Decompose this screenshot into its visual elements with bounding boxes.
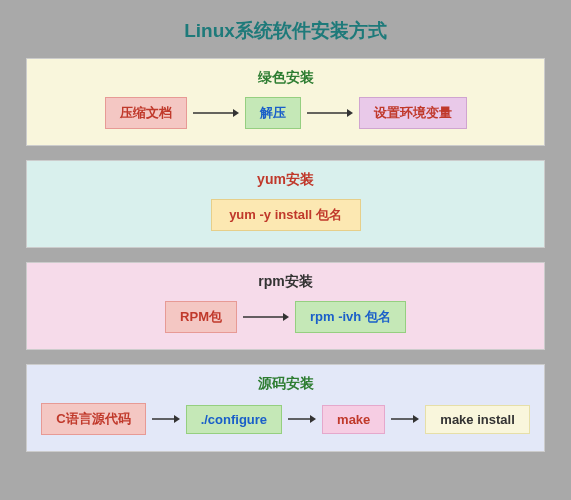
svg-marker-9 (310, 415, 316, 423)
page-title: Linux系统软件安装方式 (26, 18, 545, 44)
arrow-icon (288, 413, 316, 425)
src-make: make (322, 405, 385, 434)
svg-marker-7 (174, 415, 180, 423)
src-code: C语言源代码 (41, 403, 145, 435)
yum-command: yum -y install 包名 (211, 199, 361, 231)
step-extract: 解压 (245, 97, 301, 129)
src-configure: ./configure (186, 405, 282, 434)
rpm-command: rpm -ivh 包名 (295, 301, 406, 333)
step-archive: 压缩文档 (105, 97, 187, 129)
step-env: 设置环境变量 (359, 97, 467, 129)
section-rpm-install: rpm安装 RPM包 rpm -ivh 包名 (26, 262, 545, 350)
svg-marker-11 (413, 415, 419, 423)
svg-marker-5 (283, 313, 289, 321)
section-src-title: 源码安装 (39, 375, 532, 393)
section-green-title: 绿色安装 (39, 69, 532, 87)
green-row: 压缩文档 解压 设置环境变量 (39, 97, 532, 129)
rpm-package: RPM包 (165, 301, 237, 333)
rpm-row: RPM包 rpm -ivh 包名 (39, 301, 532, 333)
section-yum-install: yum安装 yum -y install 包名 (26, 160, 545, 248)
src-row: C语言源代码 ./configure make make install (39, 403, 532, 435)
section-source-install: 源码安装 C语言源代码 ./configure make make instal… (26, 364, 545, 452)
yum-row: yum -y install 包名 (39, 199, 532, 231)
svg-marker-1 (233, 109, 239, 117)
section-yum-title: yum安装 (39, 171, 532, 189)
svg-marker-3 (347, 109, 353, 117)
arrow-icon (193, 107, 239, 119)
arrow-icon (152, 413, 180, 425)
arrow-icon (391, 413, 419, 425)
arrow-icon (307, 107, 353, 119)
src-make-install: make install (425, 405, 529, 434)
section-rpm-title: rpm安装 (39, 273, 532, 291)
arrow-icon (243, 311, 289, 323)
section-green-install: 绿色安装 压缩文档 解压 设置环境变量 (26, 58, 545, 146)
